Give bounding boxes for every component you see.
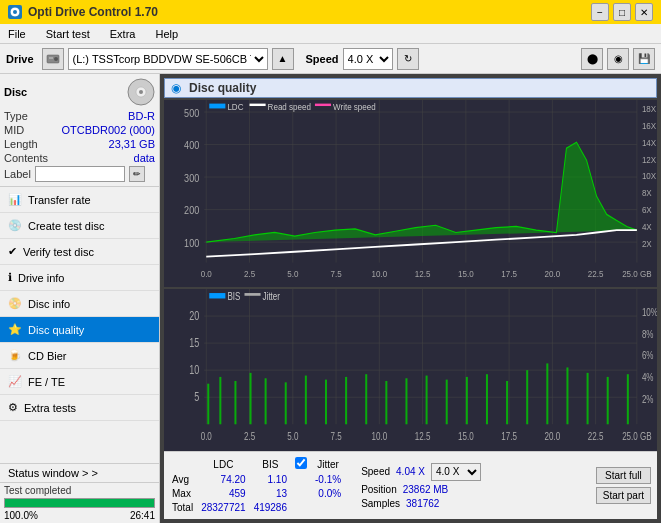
window-controls: − □ ✕	[591, 3, 653, 21]
mid-value: OTCBDR002 (000)	[61, 124, 155, 136]
charts-wrapper: 500 400 300 200 100 18X 16X 14X 12X 10X …	[164, 100, 657, 451]
total-bis: 419286	[254, 502, 293, 514]
tool-btn-1[interactable]: ⬤	[581, 48, 603, 70]
nav-disc-quality-label: Disc quality	[28, 324, 84, 336]
stats-right: Speed 4.04 X 4.0 X Position 23862 MB Sam…	[361, 463, 584, 509]
svg-rect-96	[486, 374, 488, 424]
svg-rect-115	[209, 293, 225, 298]
svg-text:8%: 8%	[642, 327, 654, 339]
samples-row: Samples 381762	[361, 498, 584, 509]
menu-help[interactable]: Help	[151, 27, 182, 41]
progress-row: 100.0% 26:41	[4, 510, 155, 521]
refresh-button[interactable]: ↻	[397, 48, 419, 70]
start-part-button[interactable]: Start part	[596, 487, 651, 504]
svg-rect-85	[265, 378, 267, 424]
svg-text:BIS: BIS	[227, 289, 240, 301]
label-input[interactable]	[35, 166, 125, 182]
tool-btn-2[interactable]: ◉	[607, 48, 629, 70]
nav-disc-info-label: Disc info	[28, 298, 70, 310]
nav-transfer-rate[interactable]: 📊 Transfer rate	[0, 187, 159, 213]
menu-extra[interactable]: Extra	[106, 27, 140, 41]
main-layout: Disc Type BD-R MID OTCBDR002 (000) Lengt…	[0, 74, 661, 523]
nav-create-test-disc[interactable]: 💿 Create test disc	[0, 213, 159, 239]
svg-rect-81	[207, 383, 209, 424]
menu-start-test[interactable]: Start test	[42, 27, 94, 41]
label-edit-button[interactable]: ✏	[129, 166, 145, 182]
svg-rect-87	[305, 375, 307, 424]
status-window-button[interactable]: Status window > >	[0, 464, 159, 483]
speed-label: Speed	[306, 53, 339, 65]
nav-extra-tests[interactable]: ⚙ Extra tests	[0, 395, 159, 421]
total-label: Total	[172, 502, 199, 514]
disc-header: Disc	[4, 78, 155, 106]
lower-chart: 20 15 10 5 10% 8% 6% 4% 2%	[164, 289, 657, 451]
svg-text:10X: 10X	[642, 171, 656, 182]
svg-text:8X: 8X	[642, 188, 652, 199]
svg-text:20.0: 20.0	[545, 430, 561, 442]
upper-chart: 500 400 300 200 100 18X 16X 14X 12X 10X …	[164, 100, 657, 287]
svg-text:2%: 2%	[642, 392, 654, 404]
svg-text:12X: 12X	[642, 154, 656, 165]
maximize-button[interactable]: □	[613, 3, 631, 21]
nav-verify-test-disc-label: Verify test disc	[23, 246, 94, 258]
minimize-button[interactable]: −	[591, 3, 609, 21]
nav-disc-info[interactable]: 📀 Disc info	[0, 291, 159, 317]
svg-text:17.5: 17.5	[501, 268, 517, 279]
drive-select[interactable]: (L:) TSSTcorp BDDVDW SE-506CB TS02	[68, 48, 268, 70]
svg-rect-82	[219, 377, 221, 424]
svg-text:Jitter: Jitter	[263, 289, 281, 301]
fe-te-icon: 📈	[8, 375, 22, 388]
svg-text:25.0 GB: 25.0 GB	[622, 430, 651, 442]
disc-panel: Disc Type BD-R MID OTCBDR002 (000) Lengt…	[0, 74, 159, 187]
svg-text:0.0: 0.0	[201, 430, 212, 442]
app-icon	[8, 5, 22, 19]
create-test-disc-icon: 💿	[8, 219, 22, 232]
svg-text:22.5: 22.5	[588, 430, 604, 442]
svg-text:5.0: 5.0	[287, 430, 298, 442]
svg-text:10: 10	[189, 363, 199, 377]
speed-row: Speed 4.04 X 4.0 X	[361, 463, 584, 481]
jitter-checkbox[interactable]	[295, 457, 307, 469]
disc-quality-title: Disc quality	[189, 81, 256, 95]
nav-verify-test-disc[interactable]: ✔ Verify test disc	[0, 239, 159, 265]
nav-disc-quality[interactable]: ⭐ Disc quality	[0, 317, 159, 343]
title-bar: Opti Drive Control 1.70 − □ ✕	[0, 0, 661, 24]
nav-cd-bier[interactable]: 🍺 CD Bier	[0, 343, 159, 369]
svg-point-1	[13, 10, 17, 14]
type-label: Type	[4, 110, 28, 122]
samples-value: 381762	[406, 498, 439, 509]
svg-text:10%: 10%	[642, 306, 657, 318]
progress-pct: 100.0%	[4, 510, 38, 521]
speed-select[interactable]: 4.0 X	[343, 48, 393, 70]
speed-select-2[interactable]: 4.0 X	[431, 463, 481, 481]
max-label: Max	[172, 488, 199, 500]
nav-drive-info[interactable]: ℹ Drive info	[0, 265, 159, 291]
menu-file[interactable]: File	[4, 27, 30, 41]
drive-icon-btn[interactable]	[42, 48, 64, 70]
svg-point-4	[54, 57, 58, 61]
svg-text:25.0 GB: 25.0 GB	[622, 268, 652, 279]
svg-rect-91	[385, 381, 387, 424]
total-ldc: 28327721	[201, 502, 252, 514]
svg-text:400: 400	[184, 140, 199, 152]
nav-fe-te[interactable]: 📈 FE / TE	[0, 369, 159, 395]
svg-text:20.0: 20.0	[545, 268, 561, 279]
svg-rect-90	[365, 374, 367, 424]
svg-rect-50	[209, 104, 225, 109]
svg-text:6X: 6X	[642, 205, 652, 216]
svg-text:18X: 18X	[642, 103, 656, 114]
disc-info-icon: 📀	[8, 297, 22, 310]
close-button[interactable]: ✕	[635, 3, 653, 21]
ldc-header: LDC	[201, 457, 252, 472]
eject-button[interactable]: ▲	[272, 48, 294, 70]
svg-rect-84	[250, 373, 252, 424]
svg-rect-83	[234, 381, 236, 424]
svg-text:5.0: 5.0	[287, 268, 298, 279]
start-full-button[interactable]: Start full	[596, 467, 651, 484]
disc-quality-header: ◉ Disc quality	[164, 78, 657, 98]
stats-table: LDC BIS Jitter Avg 74.20 1.10 -0.1% Max	[170, 455, 349, 516]
elapsed-time: 26:41	[130, 510, 155, 521]
tool-btn-3[interactable]: 💾	[633, 48, 655, 70]
disc-quality-header-icon: ◉	[171, 81, 181, 95]
nav-drive-info-label: Drive info	[18, 272, 64, 284]
